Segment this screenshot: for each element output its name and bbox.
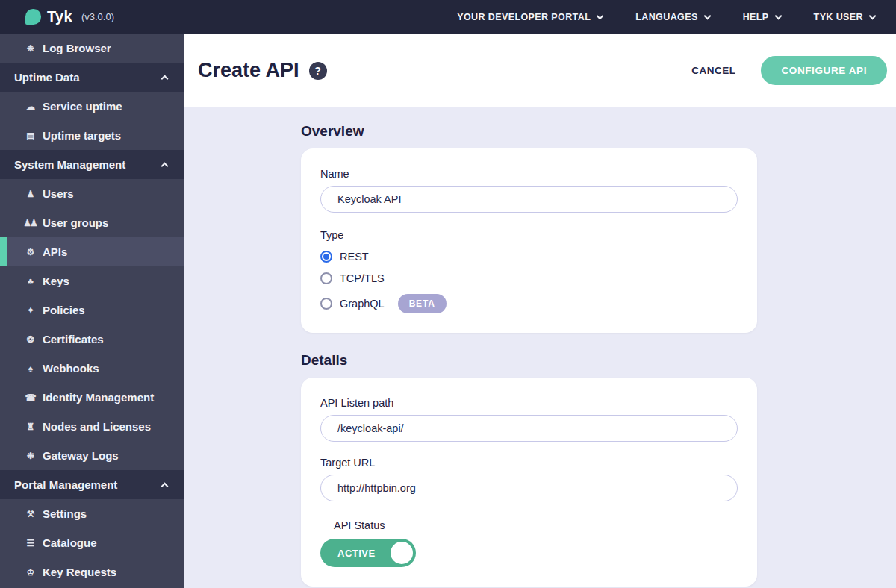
page-header: Create API ? CANCEL CONFIGURE API (184, 34, 896, 107)
sidebar-item-key-requests[interactable]: ♔ Key Requests (0, 557, 184, 587)
nav-menu-label: YOUR DEVELOPER PORTAL (457, 12, 591, 22)
sidebar-item-label: Key Requests (43, 566, 116, 578)
sidebar-section-label: System Management (14, 158, 125, 171)
name-label: Name (320, 168, 738, 180)
chevron-down-icon (703, 12, 711, 19)
overview-heading: Overview (301, 123, 896, 140)
sidebar-item-gateway-logs[interactable]: ❉ Gateway Logs (0, 441, 184, 470)
tyk-logo-icon (25, 9, 41, 25)
details-heading: Details (301, 352, 896, 369)
nav-menu-label: LANGUAGES (635, 12, 697, 22)
sidebar-item-webhooks[interactable]: ♠ Webhooks (0, 354, 184, 383)
chevron-up-icon (161, 75, 169, 83)
certificate-icon: ❂ (22, 334, 37, 345)
nav-menu-languages[interactable]: LANGUAGES (635, 12, 709, 22)
sidebar-item-label: Keys (43, 275, 69, 287)
chevron-up-icon (161, 483, 169, 490)
help-icon[interactable]: ? (309, 62, 327, 80)
radio-option-rest[interactable]: REST (320, 251, 738, 263)
chevron-down-icon (869, 12, 877, 19)
bug-icon: ❉ (22, 451, 37, 461)
radio-option-tcp-tls[interactable]: TCP/TLS (320, 272, 738, 284)
sidebar-item-users[interactable]: ♟ Users (0, 179, 184, 208)
sidebar-item-label: Settings (43, 507, 87, 520)
radio-label: TCP/TLS (340, 272, 385, 284)
nav-menu-label: TYK USER (814, 12, 863, 22)
toggle-state-label: ACTIVE (337, 548, 376, 559)
sidebar-item-certificates[interactable]: ❂ Certificates (0, 325, 184, 354)
app-window: Tyk (v3.0.0) YOUR DEVELOPER PORTAL LANGU… (0, 0, 896, 588)
sidebar-item-policies[interactable]: ✦ Policies (0, 295, 184, 325)
sidebar-item-label: Webhooks (43, 362, 99, 375)
sidebar-item-label: Certificates (43, 333, 104, 345)
sidebar-item-uptime-targets[interactable]: ▤ Uptime targets (0, 121, 184, 150)
sidebar-item-identity-management[interactable]: ☎ Identity Management (0, 383, 184, 412)
configure-api-button[interactable]: CONFIGURE API (761, 56, 887, 85)
nav-menu-label: HELP (743, 12, 769, 22)
page-title: Create API (198, 59, 299, 82)
sidebar-item-label: Uptime targets (43, 129, 121, 142)
api-listen-path-input[interactable] (320, 415, 738, 442)
target-url-input[interactable] (320, 475, 738, 501)
sidebar-item-label: Log Browser (43, 42, 111, 54)
sidebar-item-apis[interactable]: ⚙ APIs (0, 237, 184, 266)
sidebar-item-label: APIs (43, 245, 67, 258)
phone-icon: ☎ (22, 392, 37, 403)
list-icon: ☰ (22, 538, 37, 548)
sidebar-section-system-management[interactable]: System Management (0, 150, 184, 179)
sidebar-item-settings[interactable]: ⚒ Settings (0, 499, 184, 528)
sidebar-item-label: Nodes and Licenses (43, 420, 151, 433)
sidebar-item-label: Users (43, 187, 74, 200)
beta-badge: BETA (398, 294, 447, 313)
sidebar-item-label: Identity Management (43, 391, 154, 404)
nav-menu-tyk-user[interactable]: TYK USER (814, 12, 875, 22)
cogs-icon: ⚙ (22, 247, 37, 257)
radio-unselected-icon[interactable] (320, 272, 332, 284)
sidebar-section-label: Portal Management (14, 478, 117, 491)
grid-list-icon: ▤ (22, 131, 37, 141)
sidebar-section-portal-management[interactable]: Portal Management (0, 470, 184, 499)
sidebar-item-label: Catalogue (43, 537, 97, 549)
main-area: Create API ? CANCEL CONFIGURE API Overvi… (184, 34, 896, 588)
api-status-label: API Status (334, 519, 738, 531)
api-status-toggle[interactable]: ACTIVE (320, 539, 416, 567)
sidebar-item-service-uptime[interactable]: ☁ Service uptime (0, 92, 184, 121)
policy-icon: ✦ (22, 305, 37, 316)
nav-menu-help[interactable]: HELP (743, 12, 781, 22)
bank-icon: ♜ (22, 422, 37, 432)
brand-version: (v3.0.0) (81, 11, 114, 22)
sitemap-icon: ♣ (22, 276, 37, 287)
nav-menus: YOUR DEVELOPER PORTAL LANGUAGES HELP TYK… (457, 12, 875, 22)
chevron-down-icon (597, 12, 604, 19)
sidebar-item-log-browser[interactable]: ❉ Log Browser (0, 34, 184, 63)
sidebar-item-label: Service uptime (43, 100, 122, 113)
radio-label: REST (340, 251, 369, 263)
sidebar: ❉ Log Browser Uptime Data ☁ Service upti… (0, 34, 184, 588)
sidebar-item-keys[interactable]: ♣ Keys (0, 266, 184, 295)
name-input[interactable] (320, 186, 738, 213)
overview-card: Name Type REST TCP/TLS GraphQL BETA (301, 148, 757, 333)
wrench-icon: ⚒ (22, 509, 37, 519)
page-content: Overview Name Type REST TCP/TLS (184, 107, 896, 588)
cancel-button[interactable]: CANCEL (691, 65, 735, 76)
api-status-group: API Status ACTIVE (334, 519, 738, 567)
sidebar-item-catalogue[interactable]: ☰ Catalogue (0, 528, 184, 557)
toggle-knob-icon[interactable] (391, 542, 413, 564)
type-label: Type (320, 229, 738, 241)
sidebar-item-label: Gateway Logs (43, 449, 119, 462)
radio-label: GraphQL (340, 298, 385, 310)
radio-unselected-icon[interactable] (320, 298, 332, 310)
sidebar-item-label: User groups (43, 216, 108, 229)
sidebar-item-user-groups[interactable]: ♟♟ User groups (0, 208, 184, 237)
sidebar-section-uptime-data[interactable]: Uptime Data (0, 63, 184, 92)
brand[interactable]: Tyk (v3.0.0) (25, 8, 114, 25)
sidebar-item-nodes-and-licenses[interactable]: ♜ Nodes and Licenses (0, 412, 184, 441)
radio-selected-icon[interactable] (320, 251, 332, 263)
nav-menu-developer-portal[interactable]: YOUR DEVELOPER PORTAL (457, 12, 603, 22)
radio-option-graphql[interactable]: GraphQL BETA (320, 294, 738, 313)
user-group-icon: ♟♟ (22, 218, 37, 228)
bug-icon: ❉ (22, 43, 37, 54)
chevron-down-icon (774, 12, 782, 19)
target-url-label: Target URL (320, 457, 738, 469)
chevron-up-icon (161, 163, 169, 170)
